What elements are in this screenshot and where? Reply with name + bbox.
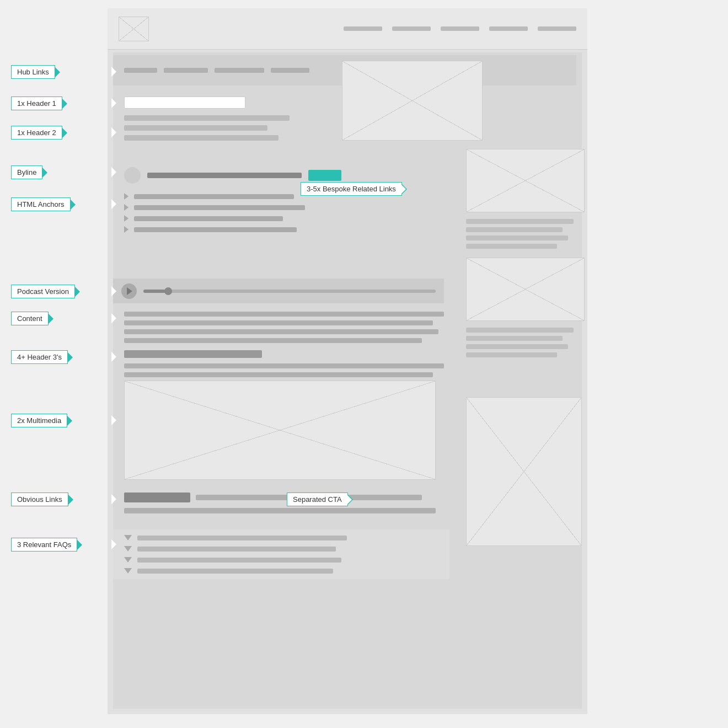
- obvious-links-section: [113, 488, 449, 523]
- obvious-links-arrow-fill: [111, 494, 116, 504]
- separated-cta-text: Separated CTA: [293, 495, 342, 504]
- faqs-label: 3 Relevant FAQs: [11, 538, 77, 552]
- byline-arrow-fill: [111, 167, 116, 177]
- header3-label: 4+ Header 3's: [11, 350, 68, 364]
- header2-text: 1x Header 2: [17, 129, 56, 137]
- nav-links: [344, 26, 576, 31]
- header3-arrow-fill: [111, 352, 116, 362]
- podcast-arrow-fill: [111, 286, 116, 296]
- header3-text: 4+ Header 3's: [17, 353, 62, 361]
- byline-label: Byline: [11, 165, 42, 179]
- separated-cta-label: Separated CTA: [287, 493, 348, 506]
- multimedia-arrow-fill: [111, 415, 116, 425]
- faqs-text: 3 Relevant FAQs: [17, 540, 71, 549]
- html-anchors-text: HTML Anchors: [17, 200, 65, 208]
- html-anchors-arrow-fill: [111, 199, 116, 209]
- right-image-bottom: [466, 397, 582, 546]
- obvious-links-label: Obvious Links: [11, 493, 68, 506]
- content-text: Content: [17, 314, 42, 323]
- header1-section: [113, 88, 334, 149]
- bespoke-label: 3-5x Bespoke Related Links: [301, 182, 402, 196]
- faq-section: [113, 529, 449, 579]
- content-label: Content: [11, 312, 49, 325]
- hub-links-label: Hub Links: [11, 65, 55, 79]
- content-arrow-fill: [111, 313, 116, 323]
- header1-text: 1x Header 1: [17, 99, 56, 108]
- header2-arrow-fill: [111, 127, 116, 137]
- obvious-links-text: Obvious Links: [17, 495, 62, 504]
- right-sidebar-related: [466, 149, 585, 357]
- multimedia-label: 2x Multimedia: [11, 414, 67, 427]
- podcast-section: [113, 279, 444, 303]
- hub-links-arrow-fill: [111, 67, 116, 77]
- nav-bar: [108, 8, 587, 50]
- header1-arrow-fill: [111, 98, 116, 108]
- header2-label: 1x Header 2: [11, 126, 62, 140]
- multimedia-text: 2x Multimedia: [17, 416, 61, 425]
- nav-logo: [119, 17, 149, 41]
- podcast-label: Podcast Version: [11, 285, 75, 298]
- right-image-top: [342, 61, 483, 141]
- podcast-text: Podcast Version: [17, 287, 69, 296]
- faqs-arrow-fill: [111, 539, 116, 549]
- html-anchors-label: HTML Anchors: [11, 197, 71, 211]
- header1-label: 1x Header 1: [11, 97, 62, 110]
- multimedia-section: [113, 381, 449, 483]
- byline-text: Byline: [17, 168, 36, 176]
- hub-links-text: Hub Links: [17, 68, 49, 76]
- header3-section: [113, 347, 449, 383]
- bespoke-text: 3-5x Bespoke Related Links: [307, 185, 396, 193]
